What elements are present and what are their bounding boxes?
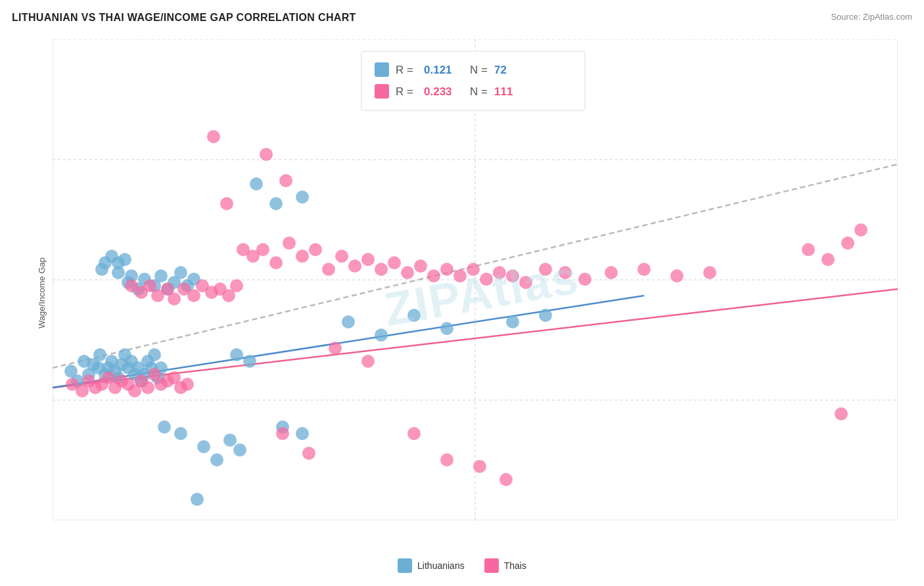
svg-point-156 xyxy=(835,407,848,420)
svg-point-154 xyxy=(473,460,486,473)
svg-point-113 xyxy=(279,174,292,187)
svg-point-147 xyxy=(854,223,867,237)
svg-point-134 xyxy=(493,266,506,279)
svg-point-129 xyxy=(427,269,440,282)
chart-legend: Lithuanians Thais xyxy=(398,558,526,573)
svg-text:R =: R = xyxy=(396,64,413,76)
svg-point-132 xyxy=(467,263,480,276)
svg-point-148 xyxy=(276,427,289,440)
legend-label-thais: Thais xyxy=(504,560,526,571)
svg-point-152 xyxy=(407,427,421,440)
svg-point-71 xyxy=(250,177,263,191)
svg-point-130 xyxy=(440,263,453,276)
svg-point-120 xyxy=(309,243,322,256)
svg-point-139 xyxy=(578,273,591,286)
svg-point-135 xyxy=(506,269,519,282)
svg-point-124 xyxy=(361,253,375,266)
svg-point-123 xyxy=(348,259,361,273)
svg-point-122 xyxy=(335,250,348,263)
svg-point-39 xyxy=(148,348,161,361)
svg-point-63 xyxy=(230,348,243,361)
svg-point-58 xyxy=(223,434,237,447)
svg-point-126 xyxy=(388,256,401,269)
svg-point-73 xyxy=(296,191,309,204)
svg-point-23 xyxy=(93,348,106,361)
svg-point-153 xyxy=(440,453,453,466)
svg-point-67 xyxy=(407,309,421,322)
chart-area: 80.0% 60.0% 40.0% 20.0% 0.0% 80.0% xyxy=(53,39,898,520)
svg-text:72: 72 xyxy=(494,64,507,76)
legend-label-lithuanians: Lithuanians xyxy=(417,560,465,571)
svg-text:111: 111 xyxy=(494,85,513,98)
svg-point-66 xyxy=(375,328,388,342)
legend-swatch-lithuanians xyxy=(398,558,412,573)
svg-point-62 xyxy=(191,493,204,506)
scatter-plot: 80.0% 60.0% 40.0% 20.0% 0.0% 80.0% xyxy=(53,39,898,520)
svg-point-78 xyxy=(95,263,108,276)
svg-point-59 xyxy=(233,443,246,457)
svg-point-144 xyxy=(802,243,815,256)
legend-swatch-thais xyxy=(484,558,499,573)
svg-point-56 xyxy=(197,440,210,453)
legend-item-lithuanians: Lithuanians xyxy=(398,558,465,573)
svg-point-48 xyxy=(154,269,168,282)
svg-point-64 xyxy=(243,355,256,368)
svg-point-102 xyxy=(168,292,181,305)
svg-point-128 xyxy=(414,259,427,273)
svg-point-70 xyxy=(539,309,552,322)
svg-point-138 xyxy=(559,266,572,279)
svg-point-72 xyxy=(269,197,283,210)
svg-point-146 xyxy=(841,237,854,250)
svg-text:0.121: 0.121 xyxy=(424,64,452,76)
svg-point-77 xyxy=(118,253,131,266)
svg-rect-158 xyxy=(375,62,389,77)
svg-rect-157 xyxy=(361,51,585,110)
svg-point-90 xyxy=(141,381,154,394)
svg-text:0.233: 0.233 xyxy=(424,85,452,98)
svg-point-110 xyxy=(207,130,220,143)
svg-point-137 xyxy=(539,263,552,276)
chart-title: LITHUANIAN VS THAI WAGE/INCOME GAP CORRE… xyxy=(12,12,356,24)
svg-point-117 xyxy=(269,256,283,269)
source-label: Source: ZipAtlas.com xyxy=(831,12,912,22)
svg-point-111 xyxy=(220,197,233,210)
svg-point-61 xyxy=(296,427,309,440)
svg-point-140 xyxy=(605,266,618,279)
legend-item-thais: Thais xyxy=(484,558,526,573)
svg-point-51 xyxy=(174,266,187,279)
svg-point-112 xyxy=(260,148,273,161)
y-axis-label: Wage/Income Gap xyxy=(37,258,47,328)
svg-point-155 xyxy=(499,473,513,486)
svg-point-150 xyxy=(329,342,342,355)
svg-point-118 xyxy=(283,237,296,250)
svg-point-143 xyxy=(703,266,716,279)
svg-point-131 xyxy=(453,269,467,282)
svg-point-127 xyxy=(401,266,414,279)
svg-point-149 xyxy=(302,447,315,460)
chart-container: LITHUANIAN VS THAI WAGE/INCOME GAP CORRE… xyxy=(0,0,924,586)
svg-point-119 xyxy=(296,250,309,263)
svg-point-69 xyxy=(506,315,519,328)
svg-point-141 xyxy=(637,263,651,276)
svg-rect-163 xyxy=(375,84,389,99)
svg-point-116 xyxy=(256,243,269,256)
svg-point-145 xyxy=(821,253,835,266)
svg-point-68 xyxy=(440,322,453,335)
svg-point-57 xyxy=(210,453,223,466)
svg-text:R =: R = xyxy=(396,85,413,98)
svg-point-136 xyxy=(519,276,532,289)
svg-point-133 xyxy=(480,273,493,286)
svg-point-54 xyxy=(158,420,171,434)
svg-point-142 xyxy=(670,269,683,282)
svg-point-151 xyxy=(361,355,375,368)
svg-point-55 xyxy=(174,427,187,440)
svg-text:N =: N = xyxy=(470,64,488,76)
svg-point-125 xyxy=(375,263,388,276)
svg-point-109 xyxy=(230,279,243,292)
svg-point-96 xyxy=(181,378,194,391)
svg-point-65 xyxy=(342,315,355,328)
svg-text:N =: N = xyxy=(470,85,488,98)
svg-point-121 xyxy=(322,263,335,276)
